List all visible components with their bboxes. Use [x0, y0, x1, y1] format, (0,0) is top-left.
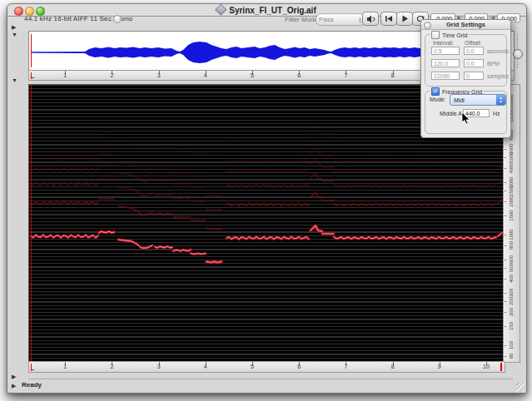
freq-label: 1500: [508, 209, 515, 222]
ruler-number: 3: [157, 364, 161, 369]
skip-to-start-icon: [385, 15, 393, 22]
interval-label: Interval:: [433, 40, 454, 46]
filter-mode-label: Filter Mode: [285, 16, 318, 23]
ruler-number: 6: [297, 72, 301, 78]
freq-tick: [505, 312, 506, 313]
time-grid-label: Time Grid: [442, 32, 467, 38]
time-grid-checkbox[interactable]: [431, 31, 440, 39]
popup-arrows-icon: ▲▼: [496, 95, 505, 105]
freq-tick: [505, 260, 506, 260]
freq-tick: [505, 345, 506, 346]
ruler-number: 8: [391, 72, 395, 78]
play-button[interactable]: [396, 12, 413, 26]
freq-tick: [505, 149, 506, 150]
waveform-zoom-slider[interactable]: [513, 49, 523, 59]
offset-samples-field[interactable]: 0: [464, 72, 484, 80]
freq-tick: [505, 245, 506, 246]
freq-label: 200: [508, 305, 515, 319]
ruler-number: 4: [204, 72, 207, 78]
ruler-number: 4: [204, 364, 207, 369]
freq-tick: [505, 215, 506, 216]
freq-label: 150: [508, 319, 515, 333]
audition-button[interactable]: [362, 12, 379, 26]
offset-bpm-field[interactable]: 0.0: [464, 59, 484, 67]
freq-tick: [505, 301, 506, 302]
middle-a-label: Middle A: [440, 111, 462, 116]
ruler-number: 9: [438, 364, 441, 369]
info-icon[interactable]: [113, 15, 122, 23]
freq-label: 80: [508, 349, 515, 363]
disclosure-closed-icon[interactable]: ▶: [12, 24, 16, 30]
document-icon: [215, 4, 226, 16]
play-icon: [401, 15, 409, 22]
filter-mode-popup[interactable]: Pass ▲▼: [316, 13, 365, 26]
resize-grip[interactable]: [516, 383, 525, 391]
rewind-button[interactable]: [380, 12, 397, 26]
ruler-number: 10: [483, 364, 490, 369]
loop-start-marker-foot: [31, 369, 34, 370]
freq-tick: [505, 168, 506, 169]
ruler-number: 3: [157, 72, 161, 78]
freq-tick: [505, 356, 506, 357]
mode-popup[interactable]: Midi ▲▼: [450, 94, 506, 106]
freq-label: 2000: [508, 195, 515, 208]
ruler-number: 1: [63, 72, 67, 78]
interval-samples-field[interactable]: 22050: [431, 72, 460, 80]
freq-label: 400: [508, 272, 515, 285]
hz-unit-label: Hz: [493, 111, 500, 116]
interval-seconds-field[interactable]: 0.5: [431, 47, 460, 55]
frequency-grid-checkbox[interactable]: ✓: [431, 87, 440, 96]
loop-end-marker[interactable]: [500, 363, 502, 371]
ruler-number: 7: [344, 364, 347, 369]
seconds-unit-label: seconds: [487, 48, 509, 54]
ruler-number: 1: [63, 364, 67, 369]
ruler-number: 5: [251, 72, 254, 78]
palette-close-icon[interactable]: [424, 22, 431, 29]
app-window: Syrinx_Fl_UT_Orig.aif 44.1 kHz 16-bit AI…: [7, 3, 527, 394]
spectrogram-time-ruler: 12345678910: [28, 361, 505, 373]
freq-tick: [505, 157, 506, 158]
ruler-number: 7: [344, 72, 347, 78]
samples-unit-label: samples: [487, 73, 509, 79]
interval-bpm-field[interactable]: 120.0: [431, 59, 460, 67]
ruler-number: 2: [110, 72, 113, 78]
freq-tick: [505, 326, 506, 327]
mouse-cursor: [461, 112, 471, 126]
disclosure-status-icon[interactable]: ▶: [12, 383, 16, 389]
playhead-cursor[interactable]: [31, 34, 32, 67]
spectrogram-playhead-cursor[interactable]: [31, 85, 32, 362]
offset-label: Offset:: [465, 40, 482, 46]
ruler-number: 5: [251, 364, 254, 369]
disclosure-open-waveform-icon[interactable]: ▼: [12, 32, 17, 37]
ruler-number: 8: [391, 364, 395, 369]
selection-start-marker-foot: [31, 77, 34, 78]
freq-tick: [505, 268, 506, 269]
freq-tick: [505, 279, 506, 280]
disclosure-closed-bottom-icon[interactable]: ▶: [12, 374, 16, 379]
freq-tick: [505, 201, 506, 202]
desktop: Syrinx_Fl_UT_Orig.aif 44.1 kHz 16-bit AI…: [0, 0, 532, 401]
freq-tick: [505, 235, 506, 235]
ruler-number: 6: [297, 364, 301, 369]
ruler-number: 2: [110, 364, 113, 369]
freq-tick: [505, 293, 506, 294]
palette-titlebar[interactable]: Grid Settings: [421, 20, 510, 30]
filter-mode-value: Pass: [319, 16, 334, 23]
freq-tick: [505, 191, 506, 191]
disclosure-open-spectrum-icon[interactable]: ▼: [12, 77, 17, 83]
freq-tick: [505, 182, 506, 183]
mode-label: Mode:: [430, 97, 445, 102]
freq-label: 800: [508, 239, 515, 252]
bpm-unit-label: BPM: [487, 61, 500, 67]
collapsed-pane-divider: [28, 379, 513, 379]
offset-seconds-field[interactable]: 0.0: [464, 47, 484, 55]
status-text: Ready: [22, 381, 42, 389]
speaker-icon: [366, 15, 375, 23]
mode-value: Midi: [454, 97, 465, 103]
freq-label: 4000: [508, 161, 515, 175]
